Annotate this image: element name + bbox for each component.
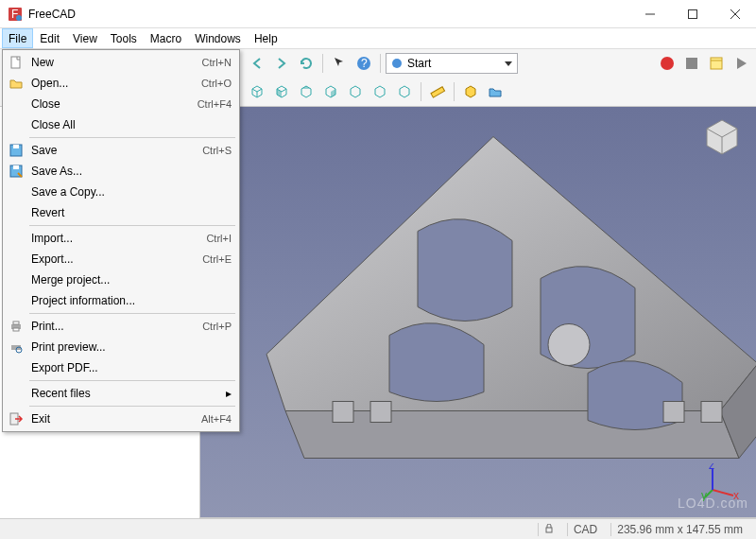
blank-icon	[7, 292, 26, 309]
menu-item-exit[interactable]: ExitAlt+F4	[5, 409, 237, 429]
dimensions-readout: 235.96 mm x 147.55 mm	[610, 523, 748, 536]
menu-separator	[29, 137, 235, 138]
svg-rect-41	[546, 528, 552, 532]
blank-icon	[7, 385, 26, 402]
menu-item-project-information[interactable]: Project information...	[5, 290, 237, 311]
nav-mode[interactable]: CAD	[567, 523, 603, 536]
svg-point-19	[548, 324, 590, 366]
nav-back-button[interactable]	[246, 52, 268, 75]
new-icon	[7, 54, 26, 71]
workbench-selector[interactable]: Start	[386, 53, 518, 74]
menu-item-label: Revert	[31, 206, 232, 219]
macro-play-button[interactable]	[730, 52, 752, 75]
3d-viewport[interactable]: x y z	[200, 107, 756, 539]
svg-rect-37	[13, 328, 19, 331]
macro-stop-button[interactable]	[680, 52, 703, 75]
menu-item-save-a-copy[interactable]: Save a Copy...	[5, 182, 237, 202]
view-left-button[interactable]	[393, 80, 416, 103]
maximize-button[interactable]	[671, 0, 713, 28]
view-rear-button[interactable]	[344, 80, 367, 103]
menu-windows[interactable]: Windows	[188, 28, 248, 48]
menu-item-label: Exit	[31, 412, 201, 426]
menu-item-print-preview[interactable]: Print preview...	[5, 337, 237, 357]
menu-item-print[interactable]: Print...Ctrl+P	[5, 316, 237, 337]
menu-separator	[29, 313, 235, 314]
title-bar: F FreeCAD	[0, 0, 756, 28]
menu-item-label: Export...	[31, 252, 202, 266]
app-icon: F	[8, 7, 23, 22]
close-button[interactable]	[713, 0, 756, 28]
menu-item-revert[interactable]: Revert	[5, 202, 237, 223]
minimize-button[interactable]	[628, 0, 671, 28]
print-icon	[7, 318, 26, 335]
refresh-button[interactable]	[295, 52, 318, 75]
blank-icon	[7, 230, 26, 247]
menu-item-merge-project[interactable]: Merge project...	[5, 270, 237, 290]
svg-text:?: ?	[361, 57, 368, 70]
view-iso-button[interactable]	[246, 80, 268, 103]
macro-edit-button[interactable]	[705, 52, 728, 75]
menu-item-label: Project information...	[31, 294, 232, 307]
blank-icon	[7, 251, 26, 268]
view-bottom-button[interactable]	[369, 80, 391, 103]
blank-icon	[7, 359, 26, 376]
svg-rect-4	[688, 9, 696, 18]
menu-item-shortcut: Ctrl+N	[202, 57, 232, 68]
menu-item-open[interactable]: Open...Ctrl+O	[5, 73, 237, 94]
open-icon	[7, 75, 26, 92]
menu-item-label: Open...	[31, 77, 201, 90]
part-button[interactable]	[459, 80, 482, 103]
menu-item-shortcut: Ctrl+S	[202, 145, 232, 156]
menu-separator	[29, 380, 235, 381]
menu-item-export-pdf[interactable]: Export PDF...	[5, 357, 237, 378]
svg-rect-32	[13, 145, 19, 148]
blank-icon	[7, 204, 26, 221]
svg-point-10	[661, 57, 674, 70]
menu-item-shortcut: Ctrl+I	[206, 233, 232, 244]
cursor-button[interactable]	[328, 52, 351, 75]
blank-icon	[7, 116, 26, 133]
menu-item-recent-files[interactable]: Recent files▸	[5, 383, 237, 404]
svg-rect-36	[13, 322, 19, 324]
macro-record-button[interactable]	[656, 52, 679, 75]
menu-item-export[interactable]: Export...Ctrl+E	[5, 249, 237, 270]
exit-icon	[7, 410, 26, 427]
menu-macro[interactable]: Macro	[144, 28, 188, 48]
svg-rect-30	[11, 57, 20, 68]
menu-help[interactable]: Help	[248, 28, 284, 48]
menu-item-shortcut: Ctrl+F4	[198, 98, 232, 110]
window-title: FreeCAD	[28, 8, 628, 21]
menu-item-save-as[interactable]: Save As...	[5, 161, 237, 182]
svg-rect-18	[701, 402, 722, 423]
view-right-button[interactable]	[319, 80, 342, 103]
saveas-icon	[7, 163, 26, 180]
menu-edit[interactable]: Edit	[33, 28, 66, 48]
group-button[interactable]	[484, 80, 507, 103]
measure-button[interactable]	[426, 80, 449, 103]
menu-item-import[interactable]: Import...Ctrl+I	[5, 228, 237, 249]
svg-rect-14	[431, 87, 445, 97]
menu-item-save[interactable]: SaveCtrl+S	[5, 140, 237, 161]
menu-item-new[interactable]: NewCtrl+N	[5, 52, 237, 73]
navigation-cube[interactable]	[699, 114, 745, 160]
whats-this-button[interactable]: ?	[352, 52, 375, 75]
menu-tools[interactable]: Tools	[104, 28, 144, 48]
model-render	[200, 107, 756, 539]
menu-bar: File Edit View Tools Macro Windows Help	[0, 28, 756, 49]
nav-forward-button[interactable]	[270, 52, 293, 75]
blank-icon	[7, 183, 26, 200]
svg-rect-15	[333, 402, 353, 423]
menu-separator	[29, 406, 235, 407]
menu-item-label: Merge project...	[31, 273, 232, 287]
menu-file[interactable]: File	[2, 28, 33, 48]
view-front-button[interactable]	[270, 80, 293, 103]
view-top-button[interactable]	[295, 80, 318, 103]
menu-item-close[interactable]: CloseCtrl+F4	[5, 94, 237, 114]
file-menu-dropdown: NewCtrl+NOpen...Ctrl+OCloseCtrl+F4Close …	[2, 49, 240, 432]
menu-view[interactable]: View	[66, 28, 104, 48]
status-bar: CAD 235.96 mm x 147.55 mm	[0, 518, 756, 539]
watermark: LO4D.com	[678, 496, 748, 511]
menu-item-close-all[interactable]: Close All	[5, 114, 237, 135]
svg-rect-34	[13, 165, 19, 169]
lock-icon[interactable]	[538, 523, 559, 536]
